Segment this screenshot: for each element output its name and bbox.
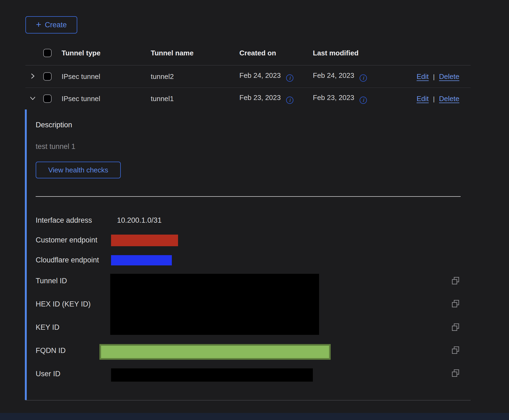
info-icon[interactable]: i bbox=[360, 74, 367, 82]
last-modified-value: Feb 24, 2023 bbox=[313, 71, 354, 79]
tunnel-detail-panel: Description test tunnel 1 View health ch… bbox=[25, 109, 471, 401]
chevron-right-icon[interactable] bbox=[28, 72, 37, 82]
cloudflare-endpoint-label: Cloudflare endpoint bbox=[36, 256, 99, 264]
customer-endpoint-redaction bbox=[111, 235, 178, 246]
plus-icon: + bbox=[36, 20, 41, 29]
header-tunnel-type: Tunnel type bbox=[62, 49, 101, 57]
delete-link[interactable]: Delete bbox=[439, 95, 459, 103]
created-on-cell: Feb 24, 2023i bbox=[239, 71, 293, 82]
created-on-value: Feb 23, 2023 bbox=[239, 94, 281, 102]
tunnel-type-cell: IPsec tunnel bbox=[62, 72, 100, 81]
copy-icon[interactable] bbox=[451, 299, 460, 309]
created-on-cell: Feb 23, 2023i bbox=[239, 94, 293, 104]
table-row: IPsec tunnel tunnel2 Feb 24, 2023i Feb 2… bbox=[25, 65, 471, 88]
user-id-label: User ID bbox=[36, 370, 61, 378]
last-modified-cell: Feb 24, 2023i bbox=[313, 71, 367, 82]
action-separator: | bbox=[433, 95, 435, 102]
copy-icon[interactable] bbox=[451, 323, 460, 332]
interface-address-value: 10.200.1.0/31 bbox=[117, 216, 162, 225]
delete-link[interactable]: Delete bbox=[439, 72, 459, 81]
panel-divider bbox=[36, 196, 461, 197]
ids-redaction-block bbox=[110, 274, 319, 335]
header-last-modified: Last modified bbox=[313, 49, 359, 57]
chevron-down-icon[interactable] bbox=[28, 94, 37, 104]
tunnel-name-cell: tunnel1 bbox=[151, 95, 174, 103]
copy-icon[interactable] bbox=[451, 346, 460, 355]
hex-id-label: HEX ID (KEY ID) bbox=[36, 300, 91, 308]
cloudflare-endpoint-redaction bbox=[111, 255, 172, 265]
info-icon[interactable]: i bbox=[286, 96, 293, 104]
create-button-label: Create bbox=[45, 21, 67, 29]
last-modified-value: Feb 23, 2023 bbox=[313, 94, 354, 102]
row-checkbox[interactable] bbox=[43, 72, 52, 81]
tunnels-page: + Create Tunnel type Tunnel name Created… bbox=[0, 0, 509, 420]
info-icon[interactable]: i bbox=[360, 96, 367, 104]
last-modified-cell: Feb 23, 2023i bbox=[313, 94, 367, 104]
row-checkbox[interactable] bbox=[43, 95, 52, 103]
copy-icon[interactable] bbox=[451, 369, 460, 378]
header-tunnel-name: Tunnel name bbox=[151, 49, 193, 57]
edit-link[interactable]: Edit bbox=[417, 95, 429, 103]
edit-link[interactable]: Edit bbox=[417, 72, 429, 81]
tunnel-id-label: Tunnel ID bbox=[36, 277, 67, 285]
info-icon[interactable]: i bbox=[286, 74, 293, 82]
header-created-on: Created on bbox=[239, 49, 276, 57]
table-header-row: Tunnel type Tunnel name Created on Last … bbox=[25, 41, 471, 65]
description-label: Description bbox=[36, 121, 72, 129]
tunnel-type-cell: IPsec tunnel bbox=[62, 95, 100, 103]
tunnel-name-cell: tunnel2 bbox=[151, 72, 174, 81]
fqdn-id-label: FQDN ID bbox=[36, 346, 66, 355]
key-id-label: KEY ID bbox=[36, 323, 59, 332]
table-row: IPsec tunnel tunnel1 Feb 23, 2023i Feb 2… bbox=[25, 88, 471, 109]
fqdn-id-redaction bbox=[99, 344, 331, 360]
created-on-value: Feb 24, 2023 bbox=[239, 71, 281, 79]
bottom-strip bbox=[0, 413, 509, 420]
expanded-accent-bar bbox=[25, 109, 27, 400]
view-health-checks-button[interactable]: View health checks bbox=[36, 162, 121, 178]
action-separator: | bbox=[433, 73, 435, 80]
select-all-checkbox[interactable] bbox=[43, 49, 52, 57]
copy-icon[interactable] bbox=[451, 276, 460, 286]
interface-address-label: Interface address bbox=[36, 216, 92, 225]
customer-endpoint-label: Customer endpoint bbox=[36, 236, 97, 244]
user-id-redaction bbox=[111, 368, 313, 382]
description-value: test tunnel 1 bbox=[36, 142, 75, 151]
create-button[interactable]: + Create bbox=[25, 16, 77, 34]
